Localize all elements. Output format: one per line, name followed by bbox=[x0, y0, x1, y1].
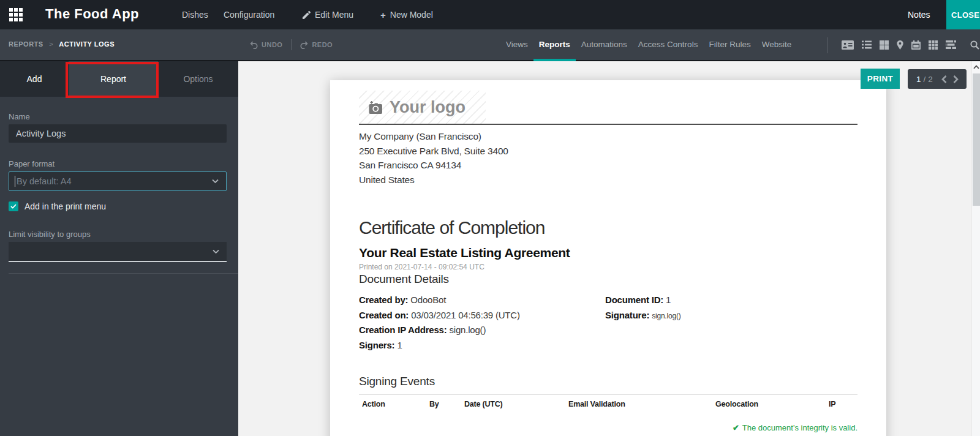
divider bbox=[291, 39, 292, 50]
print-button[interactable]: PRINT bbox=[861, 69, 900, 89]
checkbox-checked[interactable] bbox=[9, 201, 18, 211]
tab-access-controls[interactable]: Access Controls bbox=[633, 29, 704, 61]
gantt-view-icon[interactable] bbox=[946, 40, 956, 49]
check-icon: ✔ bbox=[733, 423, 739, 432]
table-top-border bbox=[359, 394, 858, 395]
top-bar: The Food App Dishes Configuration Edit M… bbox=[0, 0, 980, 29]
company-address: My Company (San Francisco) 250 Executive… bbox=[359, 129, 858, 187]
details-heading: Document Details bbox=[359, 272, 858, 286]
print-menu-checkbox-row[interactable]: Add in the print menu bbox=[9, 201, 106, 211]
print-menu-label: Add in the print menu bbox=[24, 201, 106, 211]
tab-automations[interactable]: Automations bbox=[576, 29, 633, 61]
kanban-view-icon[interactable] bbox=[880, 40, 889, 50]
redo-button[interactable]: REDO bbox=[300, 41, 333, 49]
report-page: Your logo My Company (San Francisco) 250… bbox=[330, 80, 886, 436]
calendar-view-icon[interactable] bbox=[911, 40, 921, 50]
main-area: Add Report Options Name Activity Logs Pa… bbox=[0, 61, 980, 436]
menu-dishes[interactable]: Dishes bbox=[182, 10, 208, 20]
report-preview-area: Your logo My Company (San Francisco) 250… bbox=[238, 61, 980, 436]
redo-icon bbox=[300, 41, 308, 49]
document-title: Certificate of Completion bbox=[359, 217, 858, 238]
printed-on: Printed on 2021-07-14 - 09:02:54 UTC bbox=[359, 263, 858, 271]
report-editor-sidebar: Add Report Options Name Activity Logs Pa… bbox=[0, 61, 238, 436]
paper-format-select[interactable]: By default: A4 bbox=[9, 171, 227, 191]
list-view-icon[interactable] bbox=[862, 40, 872, 49]
integrity-status: ✔The document's integrity is valid. bbox=[359, 423, 858, 432]
breadcrumb-activity-logs: ACTIVITY LOGS bbox=[59, 40, 115, 48]
next-page-icon[interactable] bbox=[953, 75, 959, 83]
signing-table-header: Action By Date (UTC) Email Validation Ge… bbox=[359, 400, 858, 413]
scroll-up-icon[interactable] bbox=[973, 65, 979, 69]
chevron-down-icon bbox=[212, 179, 219, 184]
tab-filter-rules[interactable]: Filter Rules bbox=[703, 29, 756, 61]
breadcrumb: REPORTS > ACTIVITY LOGS bbox=[9, 40, 115, 48]
name-input[interactable]: Activity Logs bbox=[9, 124, 227, 143]
edit-menu-button[interactable]: Edit Menu bbox=[303, 10, 353, 20]
check-icon bbox=[10, 204, 17, 209]
prev-page-icon[interactable] bbox=[941, 75, 947, 83]
company-logo-placeholder[interactable]: Your logo bbox=[359, 91, 486, 124]
scrollbar-thumb[interactable] bbox=[973, 73, 980, 206]
logo-text: Your logo bbox=[390, 98, 466, 117]
groups-label: Limit visibility to groups bbox=[9, 230, 91, 239]
close-button[interactable]: CLOSE bbox=[946, 0, 980, 29]
pencil-icon bbox=[303, 11, 311, 19]
sidebar-tab-options[interactable]: Options bbox=[158, 61, 238, 97]
divider bbox=[9, 273, 238, 274]
annotation-highlight-box bbox=[66, 62, 159, 98]
document-details: Created by: OdooBot Created on: 03/03/20… bbox=[359, 293, 858, 353]
paper-format-label: Paper format bbox=[9, 159, 55, 168]
new-model-button[interactable]: + New Model bbox=[380, 10, 433, 20]
chevron-down-icon bbox=[213, 249, 219, 254]
camera-icon bbox=[368, 101, 383, 114]
map-view-icon[interactable] bbox=[897, 40, 903, 50]
undo-icon bbox=[250, 41, 258, 49]
undo-button[interactable]: UNDO bbox=[250, 41, 282, 49]
header-rule bbox=[359, 124, 858, 125]
divider bbox=[827, 37, 828, 53]
tab-views[interactable]: Views bbox=[500, 29, 533, 61]
app-title: The Food App bbox=[45, 6, 139, 22]
form-view-icon[interactable] bbox=[842, 40, 854, 50]
name-label: Name bbox=[9, 112, 30, 121]
apps-grid-icon[interactable] bbox=[9, 8, 23, 21]
menu-configuration[interactable]: Configuration bbox=[224, 10, 274, 20]
breadcrumb-reports[interactable]: REPORTS bbox=[9, 40, 43, 48]
pivot-view-icon[interactable] bbox=[929, 40, 938, 50]
sidebar-tab-add[interactable]: Add bbox=[0, 61, 69, 97]
page-total: 2 bbox=[928, 75, 933, 84]
search-icon[interactable] bbox=[970, 40, 979, 50]
text-cursor bbox=[15, 176, 15, 187]
page-navigator: 1 / 2 bbox=[908, 69, 967, 89]
notes-button[interactable]: Notes bbox=[908, 10, 930, 20]
vertical-scrollbar[interactable] bbox=[971, 61, 980, 436]
document-subtitle: Your Real Estate Listing Agreement bbox=[359, 246, 858, 260]
plus-icon: + bbox=[380, 10, 386, 20]
tab-reports[interactable]: Reports bbox=[533, 29, 576, 61]
page-current: 1 bbox=[916, 75, 921, 84]
tab-website[interactable]: Website bbox=[756, 29, 797, 61]
studio-tabs: Views Reports Automations Access Control… bbox=[500, 29, 797, 60]
groups-select[interactable] bbox=[9, 242, 227, 262]
signing-events-heading: Signing Events bbox=[359, 375, 858, 388]
studio-toolbar: REPORTS > ACTIVITY LOGS UNDO REDO Views … bbox=[0, 29, 980, 61]
